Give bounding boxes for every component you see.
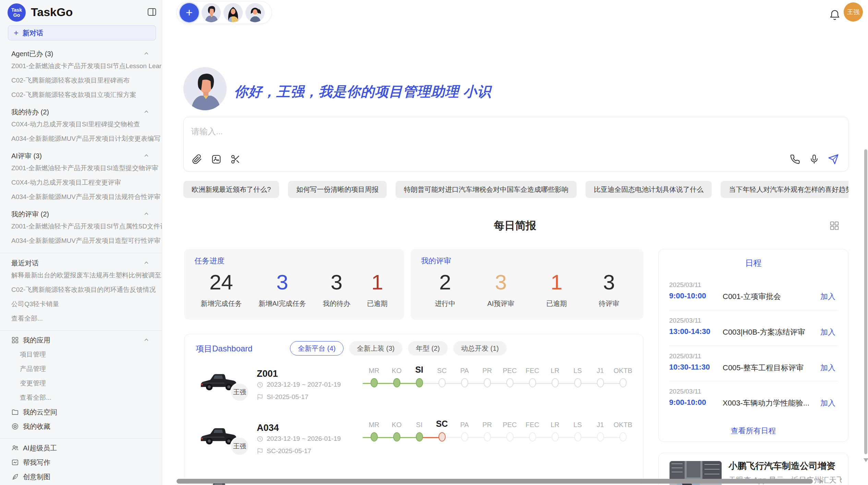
milestone: SC (431, 362, 453, 387)
list-item[interactable]: C02-飞腾新能源轻客改款项目里程碑画布 (0, 73, 162, 88)
sidebar-item-help-me-write[interactable]: 帮我写作 (0, 455, 162, 470)
attach-file-icon[interactable] (191, 153, 203, 165)
list-item[interactable]: 公司Q3轻卡销量 (0, 297, 162, 311)
tab-new-body[interactable]: 全新上装 (3) (349, 341, 402, 356)
stat-value: 2 (439, 269, 451, 296)
sidebar-item-product-mgmt[interactable]: 产品管理 (0, 362, 162, 376)
user-avatar[interactable]: 王强 (844, 2, 863, 22)
vertical-scrollbar[interactable] (864, 149, 867, 454)
project-flag: SI-2025-05-17 (257, 393, 308, 401)
tab-model-year[interactable]: 年型 (2) (408, 341, 448, 356)
attach-image-icon[interactable] (210, 153, 222, 165)
list-item[interactable]: Z001-全新燃油轻卡产品开发项目SI造型提交物评审 (0, 161, 162, 175)
dates-text: 2023-12-19 ~ 2026-01-19 (267, 435, 341, 443)
sidebar: Task Go TaskGo + 新对话 Agent已办 (3) Z001-全新… (0, 0, 162, 485)
section-ai-review[interactable]: AI评审 (3) (0, 151, 162, 161)
section-agent-done[interactable]: Agent已办 (3) (0, 49, 162, 59)
section-title: 最近对话 (11, 259, 39, 268)
chevron-up-icon (143, 211, 150, 217)
my-review-card: 我的评审 2 进行中 3 AI预评审 1 已逾期 3 待评审 (411, 249, 643, 320)
sidebar-item-label: 我的收藏 (23, 422, 162, 431)
section-my-review[interactable]: 我的评审 (2) (0, 209, 162, 219)
suggestion-chip[interactable]: 当下年轻人对汽车外观有怎样的喜好趋势 (721, 181, 848, 198)
list-item[interactable]: A034-全新新能源MUV产品开发项目计划变更表编写 (0, 132, 162, 146)
list-item[interactable]: Z001-全新燃油皮卡产品开发项目SI节点Lesson Learn报告 (0, 59, 162, 73)
join-link[interactable]: 加入 (820, 327, 835, 337)
milestone: OKTB (612, 362, 634, 387)
sidebar-item-cloud-space[interactable]: 我的云空间 (0, 405, 162, 419)
list-item[interactable]: Z001-全新燃油轻卡产品开发项目SI节点属性5D文件评审 (0, 219, 162, 234)
suggestion-chip[interactable]: 比亚迪全固态电池计划具体说了什么 (586, 181, 712, 198)
milestone: LS (566, 362, 589, 387)
stat-value: 1 (551, 269, 562, 296)
list-item[interactable]: C0X4-动力总成开发项目SI里程碑提交物检查 (0, 117, 162, 132)
list-item[interactable]: C0X4-动力总成开发项目工程变更评审 (0, 175, 162, 190)
stat-new-completed: 24 新增完成任务 (201, 269, 242, 308)
view-all-chats-link[interactable]: 查看全部... (0, 311, 162, 326)
plus-icon: + (14, 28, 19, 38)
sidebar-item-creative-drawing[interactable]: 创意制图 (0, 470, 162, 484)
news-title: 小鹏飞行汽车制造公司增资 (728, 460, 835, 472)
milestone-current: SC (431, 416, 453, 442)
add-agent-button[interactable]: + (180, 3, 199, 22)
sidebar-collapse-icon[interactable] (147, 7, 157, 17)
writing-icon (11, 459, 19, 466)
logo-line2: Go (13, 13, 20, 18)
section-my-todo[interactable]: 我的待办 (2) (0, 107, 162, 117)
sidebar-item-label: 我的云空间 (23, 408, 162, 417)
avatar[interactable] (202, 3, 221, 22)
avatar[interactable] (245, 3, 265, 22)
microphone-icon[interactable] (808, 153, 820, 165)
view-all-schedule-link[interactable]: 查看所有日程 (659, 426, 848, 436)
view-all-apps-link[interactable]: 查看全部... (0, 390, 162, 405)
list-item[interactable]: A034-全新新能源MUV产品开发项目法规符合性评审 (0, 190, 162, 204)
list-item[interactable]: C02-飞腾新能源轻客改款项目立项汇报方案 (0, 88, 162, 102)
section-recent-chats[interactable]: 最近对话 (0, 258, 162, 268)
list-item[interactable]: A034-全新新能源MUV产品开发项目造型可行性评审 (0, 234, 162, 248)
feather-pen-icon (11, 473, 19, 481)
section-title: 我的评审 (2) (11, 210, 49, 219)
scroll-down-arrow-icon[interactable] (864, 458, 868, 462)
milestone: FEC (521, 362, 544, 387)
layout-grid-icon[interactable] (829, 221, 840, 231)
tab-powertrain[interactable]: 动总开发 (1) (453, 341, 507, 356)
milestone: MR (363, 416, 385, 442)
milestone: KO (385, 362, 408, 387)
stat-label: AI预评审 (487, 299, 515, 308)
suggestion-chips: 欧洲新规最近颁布了什么? 如何写一份清晰的项目周报 特朗普可能对进口汽车增税会对… (183, 181, 848, 198)
chevron-up-icon (143, 109, 150, 115)
new-chat-button[interactable]: + 新对话 (8, 25, 156, 40)
phone-call-icon[interactable] (789, 153, 801, 165)
suggestion-chip[interactable]: 欧洲新规最近颁布了什么? (183, 181, 279, 198)
chat-input[interactable] (191, 124, 671, 139)
list-item[interactable]: 解释最新出台的欧盟报废车法规再生塑料比例被调至15%... (0, 268, 162, 283)
sidebar-lists: Agent已办 (3) Z001-全新燃油皮卡产品开发项目SI节点Lesson … (0, 44, 162, 484)
join-link[interactable]: 加入 (820, 363, 835, 373)
new-chat-label: 新对话 (23, 28, 43, 38)
notification-bell-icon[interactable] (829, 9, 841, 21)
sidebar-item-change-mgmt[interactable]: 变更管理 (0, 376, 162, 390)
milestone: LS (566, 416, 589, 442)
horizontal-scrollbar[interactable] (177, 479, 813, 484)
suggestion-chip[interactable]: 如何写一份清晰的项目周报 (288, 181, 387, 198)
dashboard-tabs: 全新平台 (4) 全新上装 (3) 年型 (2) 动总开发 (1) (290, 341, 507, 356)
join-link[interactable]: 加入 (820, 291, 835, 302)
send-icon[interactable] (828, 153, 839, 165)
stat-label: 我的待办 (323, 299, 350, 308)
chevron-up-icon (143, 152, 150, 159)
sidebar-item-ai-super-staff[interactable]: AI超级员工 (0, 441, 162, 455)
schedule-item: 9:00-10:00 C001-立项审批会 加入 (659, 291, 848, 302)
list-item[interactable]: C02-飞腾新能源轻客改款项目的闭环通告反馈情况 (0, 283, 162, 297)
schedule-date: 2025/03/11 (669, 317, 701, 324)
sidebar-item-project-mgmt[interactable]: 项目管理 (0, 347, 162, 362)
join-link[interactable]: 加入 (820, 398, 835, 408)
stat-ai-pre-review: 3 AI预评审 (487, 269, 515, 308)
avatar[interactable] (224, 3, 243, 22)
sidebar-item-favorites[interactable]: 我的收藏 (0, 419, 162, 434)
tab-new-platform[interactable]: 全新平台 (4) (290, 341, 343, 356)
suggestion-chip[interactable]: 特朗普可能对进口汽车增税会对中国车企造成哪些影响 (396, 181, 577, 198)
screenshot-scissors-icon[interactable] (230, 153, 241, 165)
project-code: A034 (257, 423, 279, 433)
scroll-right-arrow-icon[interactable] (819, 479, 823, 484)
sidebar-item-my-apps[interactable]: 我的应用 (0, 333, 162, 347)
